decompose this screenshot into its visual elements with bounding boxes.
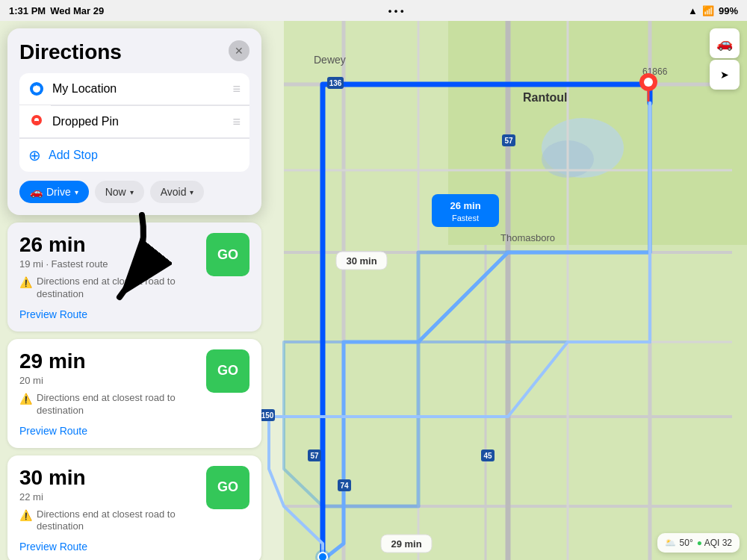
svg-text:29 min: 29 min — [391, 538, 421, 550]
temperature: 50° — [680, 538, 693, 548]
route-1-header: 26 min 19 mi · Fastest route ⚠️ Directio… — [19, 233, 249, 301]
status-center: • • • — [388, 5, 404, 16]
start-handle-icon: ≡ — [232, 81, 241, 97]
wifi-icon: 📶 — [702, 5, 714, 16]
time: 1:31 PM — [9, 5, 46, 16]
directions-panel: Directions ✕ My Location ≡ — [7, 28, 261, 215]
route-1-time: 26 min — [19, 233, 197, 257]
transport-bar: 🚗 Drive ▾ Now ▾ Avoid ▾ — [19, 181, 249, 203]
aqi-label: ● AQI 32 — [697, 538, 732, 548]
route-2-warning-text: Directions end at closest road to destin… — [37, 392, 197, 417]
warning-icon-1: ⚠️ — [19, 276, 32, 288]
routes-list: 26 min 19 mi · Fastest route ⚠️ Directio… — [0, 215, 269, 560]
go-button-2[interactable]: GO — [206, 349, 249, 393]
location-row-start[interactable]: My Location ≡ — [19, 73, 249, 105]
location-icon: ▲ — [688, 5, 698, 16]
route-1-info: 26 min 19 mi · Fastest route ⚠️ Directio… — [19, 233, 197, 301]
route-2-info: 29 min 20 mi ⚠️ Directions end at closes… — [19, 349, 197, 417]
now-label: Now — [105, 186, 126, 198]
svg-text:Thomasboro: Thomasboro — [500, 232, 555, 243]
go-button-3[interactable]: GO — [206, 466, 249, 509]
status-right: ▲ 📶 99% — [688, 5, 738, 16]
svg-text:57: 57 — [504, 137, 513, 145]
status-left: 1:31 PM Wed Mar 29 — [9, 5, 104, 16]
route-3-info: 30 min 22 mi ⚠️ Directions end at closes… — [19, 466, 197, 534]
route-card-3[interactable]: 30 min 22 mi ⚠️ Directions end at closes… — [7, 455, 261, 560]
drive-label: Drive — [46, 186, 71, 198]
route-card-1[interactable]: 26 min 19 mi · Fastest route ⚠️ Directio… — [7, 223, 261, 332]
svg-text:45: 45 — [483, 452, 492, 460]
preview-route-link-3[interactable]: Preview Route — [19, 541, 87, 553]
add-stop-row[interactable]: ⊕ Add Stop — [19, 138, 249, 172]
warning-icon-2: ⚠️ — [19, 393, 32, 405]
location-start-icon — [28, 81, 45, 97]
drive-icon: 🚗 — [30, 186, 43, 198]
location-inputs: My Location ≡ Dropped Pin ≡ ⊕ Ad — [19, 73, 249, 172]
weather-icon: 🌥️ — [665, 538, 676, 548]
route-1-warning-text: Directions end at closest road to destin… — [37, 276, 197, 301]
start-location-label: My Location — [52, 82, 225, 96]
map-controls: 🚗 ➤ — [710, 28, 740, 90]
avoid-label: Avoid — [161, 186, 187, 198]
status-bar: 1:31 PM Wed Mar 29 • • • ▲ 📶 99% — [0, 0, 747, 21]
sidebar: Directions ✕ My Location ≡ — [0, 21, 269, 560]
drive-dropdown-icon: ▾ — [75, 188, 78, 196]
svg-text:74: 74 — [340, 482, 349, 490]
route-3-detail: 22 mi — [19, 491, 197, 503]
preview-route-link-2[interactable]: Preview Route — [19, 425, 87, 437]
drive-mode-button[interactable]: 🚗 — [710, 28, 740, 58]
svg-point-48 — [33, 85, 40, 93]
route-3-warning-text: Directions end at closest road to destin… — [37, 508, 197, 534]
route-card-2[interactable]: 29 min 20 mi ⚠️ Directions end at closes… — [7, 339, 261, 448]
directions-title: Directions ✕ — [19, 40, 249, 64]
route-2-header: 29 min 20 mi ⚠️ Directions end at closes… — [19, 349, 249, 417]
weather-badge: 🌥️ 50° ● AQI 32 — [657, 533, 740, 553]
svg-text:57: 57 — [310, 452, 319, 460]
route-1-warning: ⚠️ Directions end at closest road to des… — [19, 276, 197, 301]
svg-point-42 — [644, 78, 653, 87]
warning-icon-3: ⚠️ — [19, 509, 32, 521]
go-button-1[interactable]: GO — [206, 233, 249, 276]
svg-text:136: 136 — [329, 79, 342, 87]
battery: 99% — [719, 5, 738, 16]
route-3-header: 30 min 22 mi ⚠️ Directions end at closes… — [19, 466, 249, 534]
route-3-warning: ⚠️ Directions end at closest road to des… — [19, 508, 197, 534]
date: Wed Mar 29 — [50, 5, 104, 16]
svg-text:Dewey: Dewey — [314, 54, 346, 66]
route-2-time: 29 min — [19, 349, 197, 373]
add-stop-icon: ⊕ — [28, 146, 41, 164]
location-end-icon — [28, 113, 45, 130]
svg-text:Fastest: Fastest — [452, 214, 479, 223]
now-dropdown-icon: ▾ — [130, 188, 134, 196]
route-3-time: 30 min — [19, 466, 197, 490]
end-handle-icon: ≡ — [232, 114, 241, 130]
route-2-warning: ⚠️ Directions end at closest road to des… — [19, 392, 197, 417]
location-button[interactable]: ➤ — [710, 60, 740, 90]
avoid-button[interactable]: Avoid ▾ — [150, 181, 205, 203]
svg-text:Rantoul: Rantoul — [523, 91, 568, 104]
route-2-detail: 20 mi — [19, 375, 197, 386]
preview-route-link-1[interactable]: Preview Route — [19, 308, 87, 320]
location-row-end[interactable]: Dropped Pin ≡ — [19, 106, 249, 138]
now-button[interactable]: Now ▾ — [95, 181, 144, 203]
avoid-dropdown-icon: ▾ — [190, 188, 193, 196]
close-button[interactable]: ✕ — [229, 40, 249, 61]
svg-text:30 min: 30 min — [346, 255, 376, 267]
add-stop-label: Add Stop — [49, 149, 98, 162]
drive-button[interactable]: 🚗 Drive ▾ — [19, 181, 89, 203]
route-1-detail: 19 mi · Fastest route — [19, 258, 197, 270]
end-location-label: Dropped Pin — [52, 115, 225, 128]
svg-text:26 min: 26 min — [450, 200, 480, 211]
